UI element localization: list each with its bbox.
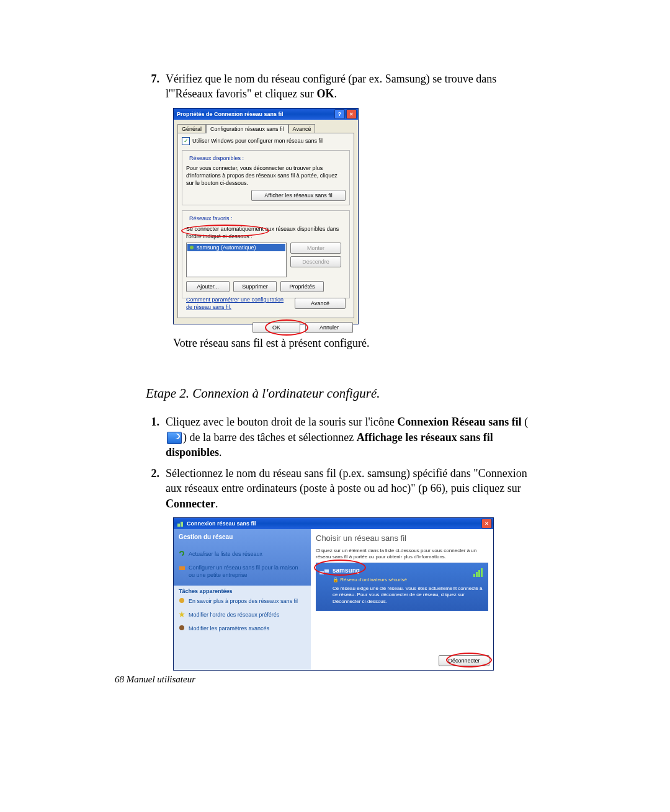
tab-general[interactable]: Général <box>177 124 206 133</box>
titlebar: Propriétés de Connexion réseau sans fil … <box>174 109 358 120</box>
tab-advanced[interactable]: Avancé <box>288 124 316 133</box>
network-icon <box>189 244 195 251</box>
wireless-properties-dialog: Propriétés de Connexion réseau sans fil … <box>173 108 359 324</box>
remove-button[interactable]: Supprimer <box>233 281 277 292</box>
step-text: Cliquez avec le bouton droit de la souri… <box>166 414 534 460</box>
link-label: Modifier l'ordre des réseaux préférés <box>189 611 279 618</box>
step-number: 1. <box>146 414 159 460</box>
tab-panel: ✓ Utiliser Windows pour configurer mon r… <box>177 133 354 318</box>
wireless-icon <box>177 520 184 527</box>
page-footer: 68 Manuel utilisateur <box>115 673 195 685</box>
step-number: 2. <box>146 466 159 511</box>
related-tasks-heading: Tâches apparentées <box>179 587 306 595</box>
page-content: 7. Vérifiez que le nom du réseau configu… <box>146 71 534 671</box>
svg-point-0 <box>190 246 194 249</box>
list-item[interactable]: samsung (Automatique) <box>187 244 285 251</box>
svg-rect-3 <box>179 566 185 570</box>
network-item[interactable]: samsung 🔒 Réseau d'ordinateurs sécurisé … <box>316 563 488 611</box>
move-down-button[interactable]: Descendre <box>290 256 341 267</box>
svg-marker-5 <box>179 611 185 617</box>
help-button[interactable]: ? <box>334 109 345 119</box>
text: ) de la barre des tâches et sélectionnez <box>183 431 357 444</box>
step-2-1: 1. Cliquez avec le bouton droit de la so… <box>146 414 534 460</box>
link-label: En savoir plus à propos des réseaux sans… <box>189 597 298 605</box>
network-configured-text: Votre réseau sans fil est à présent conf… <box>173 336 534 350</box>
link-label: Actualiser la liste des réseaux <box>189 550 262 558</box>
text-bold: Connecter <box>166 497 215 510</box>
available-networks-group: Réseaux disponibles : Pour vous connecte… <box>182 150 350 206</box>
choose-network-heading: Choisir un réseau sans fil <box>316 533 493 544</box>
setup-icon <box>179 564 185 571</box>
setup-home-network-link[interactable]: Configurer un réseau sans fil pour la ma… <box>179 564 306 579</box>
checkbox-icon: ✓ <box>182 137 190 145</box>
tabs: Général Configuration réseaux sans fil A… <box>177 123 354 133</box>
wireless-tray-icon <box>167 432 182 444</box>
svg-rect-2 <box>181 522 183 527</box>
info-icon <box>179 597 185 604</box>
title-text: Propriétés de Connexion réseau sans fil <box>177 110 284 118</box>
show-wireless-networks-button[interactable]: Afficher les réseaux sans fil <box>251 190 346 201</box>
add-button[interactable]: Ajouter... <box>186 281 230 292</box>
network-description: Ce réseau exige une clé réseau. Vous ête… <box>333 586 484 605</box>
step-text: Sélectionnez le nom du réseau sans fil (… <box>166 466 534 511</box>
config-help-link[interactable]: Comment paramétrer une configuration de … <box>186 296 286 311</box>
titlebar: Connexion réseau sans fil × <box>174 518 493 529</box>
text: l'"Réseaux favoris" et cliquez sur <box>166 87 316 100</box>
close-button[interactable]: × <box>481 519 492 529</box>
move-up-button[interactable]: Monter <box>290 243 341 254</box>
advanced-settings-link[interactable]: Modifier les paramètres avancés <box>179 625 306 632</box>
security-label: Réseau d'ordinateurs sécurisé <box>340 577 407 582</box>
text-bold: Connexion Réseau sans fil <box>397 416 522 428</box>
properties-button[interactable]: Propriétés <box>280 281 324 292</box>
refresh-network-list-link[interactable]: Actualiser la liste des réseaux <box>179 550 306 558</box>
svg-point-6 <box>179 625 184 630</box>
text: Vérifiez que le nom du réseau configuré … <box>166 73 496 85</box>
refresh-icon <box>179 550 185 557</box>
use-windows-checkbox-row[interactable]: ✓ Utiliser Windows pour configurer mon r… <box>182 137 350 145</box>
highlight-circle-icon <box>446 653 492 667</box>
highlight-circle-icon <box>265 319 308 336</box>
left-pane-heading: Gestion du réseau <box>179 533 306 542</box>
title-text: Connexion réseau sans fil <box>187 520 256 527</box>
star-icon <box>179 611 185 618</box>
text-bold: OK <box>316 87 334 100</box>
group-title: Réseaux favoris : <box>187 215 234 222</box>
gear-icon <box>179 625 185 631</box>
text: ( <box>524 416 528 428</box>
change-order-link[interactable]: Modifier l'ordre des réseaux préférés <box>179 611 306 618</box>
text: Sélectionnez le nom du réseau sans fil (… <box>166 467 527 494</box>
signal-strength-icon <box>473 568 483 577</box>
preferred-networks-list[interactable]: samsung (Automatique) <box>186 243 287 277</box>
step-7-text: Vérifiez que le nom du réseau configuré … <box>166 71 496 102</box>
link-label: Configurer un réseau sans fil pour la ma… <box>189 564 306 579</box>
left-task-pane: Gestion du réseau Actualiser la liste de… <box>174 529 311 670</box>
network-security: 🔒 Réseau d'ordinateurs sécurisé <box>333 577 484 584</box>
close-button[interactable]: × <box>346 109 357 119</box>
step-2-heading: Etape 2. Connexion à l'ordinateur config… <box>146 385 534 402</box>
text: . <box>219 446 222 458</box>
dialog-body: Gestion du réseau Actualiser la liste de… <box>174 529 493 670</box>
step-7-number: 7. <box>146 71 159 102</box>
text: Cliquez avec le bouton droit de la souri… <box>166 416 397 428</box>
svg-point-4 <box>179 598 184 603</box>
learn-more-link[interactable]: En savoir plus à propos des réseaux sans… <box>179 597 306 605</box>
preferred-networks-group: Réseaux favoris : Se connecter automatiq… <box>182 210 350 298</box>
list-item-label: samsung (Automatique) <box>197 244 256 251</box>
text: . <box>334 87 337 100</box>
link-label: Modifier les paramètres avancés <box>189 625 269 632</box>
text: . <box>215 497 218 510</box>
step-2-2: 2. Sélectionnez le nom du réseau sans fi… <box>146 466 534 511</box>
step-7: 7. Vérifiez que le nom du réseau configu… <box>146 71 534 102</box>
tab-wireless-config[interactable]: Configuration réseaux sans fil <box>206 124 288 133</box>
svg-rect-1 <box>177 524 180 527</box>
advanced-button[interactable]: Avancé <box>295 298 346 309</box>
right-pane: Choisir un réseau sans fil Cliquez sur u… <box>311 529 493 670</box>
choose-network-hint: Cliquez sur un élément dans la liste ci-… <box>316 548 487 561</box>
group-title: Réseaux disponibles : <box>187 154 246 162</box>
cancel-button[interactable]: Annuler <box>305 322 353 333</box>
checkbox-label: Utiliser Windows pour configurer mon rés… <box>192 137 323 145</box>
wireless-connection-dialog: Connexion réseau sans fil × Gestion du r… <box>173 517 494 671</box>
group-text: Pour vous connecter, vous déconnecter ou… <box>186 164 346 187</box>
